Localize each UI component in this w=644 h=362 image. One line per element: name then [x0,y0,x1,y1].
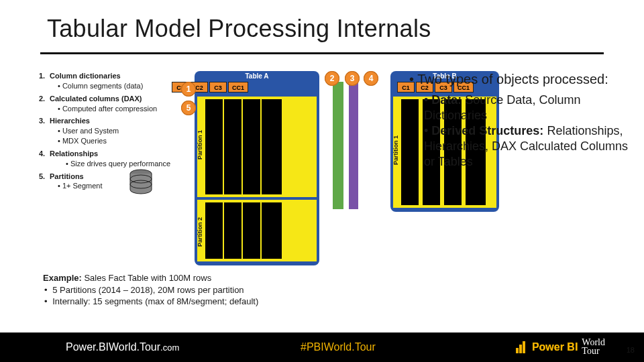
page-number: 18 [627,346,635,354]
footer-site: Power.BIWorld.Tour.com [66,341,179,353]
segment-bar [262,202,282,259]
callout-3: 3 [345,71,360,86]
footer-logo: Power BI WorldTour [516,339,605,355]
right-bullet: Two types of objects processed: Data: So… [409,71,637,170]
list-item: 3.Hierarchies User and SystemMDX Queries [39,116,173,146]
segment-bar [205,99,223,194]
list-subitem: Computed after compression [58,104,173,114]
list-subitem: 1+ Segment [58,181,173,191]
list-subitem: Size drives query performance [66,159,173,169]
list-item: 1.Column dictionaries Column segments (d… [39,71,173,91]
callout-1: 1 [181,82,196,97]
list-subitem: User and System [58,126,173,136]
footer-logo-text: Power BI [532,341,578,353]
table-a-partition-1: Partition 1 [197,97,317,197]
callout-4: 4 [364,71,378,86]
col-header: C3 [209,82,227,93]
example-bullet: Internally: 15 segments (max of 8M/segme… [52,296,385,308]
right-subbullet: Derived Structures: Relationships, Hiera… [424,123,637,170]
database-icon [127,169,154,198]
title-rule [40,52,604,54]
footer-bar: Power.BIWorld.Tour.com #PBIWorld.Tour Po… [0,333,644,362]
slide: Tabular Model Processing Internals 1.Col… [0,0,644,362]
segment-bar [224,202,241,259]
slide-title: Tabular Model Processing Internals [47,15,431,43]
example-bullet: 5 Partitions (2014 – 2018), 20M rows per… [52,284,385,296]
hierarchy-bar [333,82,343,209]
col-header: CC1 [228,82,248,93]
powerbi-bars-icon [516,341,528,353]
list-subitem: Column segments (data) [58,81,173,91]
footer-hashtag: #PBIWorld.Tour [301,341,376,353]
example-text: Example: Sales Fact Table with 100M rows… [43,272,385,308]
callout-5: 5 [181,101,196,115]
segment-bar [205,202,223,259]
segment-bar [243,202,260,259]
relationship-bar [349,82,358,209]
footer-logo-subtext: WorldTour [582,339,605,355]
segment-bar [243,99,260,194]
list-item: 2.Calculated columns (DAX) Computed afte… [39,94,173,114]
right-bullets: Two types of objects processed: Data: So… [409,71,637,170]
list-item: 4.Relationships Size drives query perfor… [39,149,173,169]
callout-2: 2 [325,71,339,86]
segment-bar [262,99,282,194]
table-a-partition-2: Partition 2 [197,200,317,261]
segment-bar [224,99,241,194]
list-subitem: MDX Queries [58,136,173,146]
right-subbullet: Data: Source Data, Column Dictionaries [424,93,637,123]
